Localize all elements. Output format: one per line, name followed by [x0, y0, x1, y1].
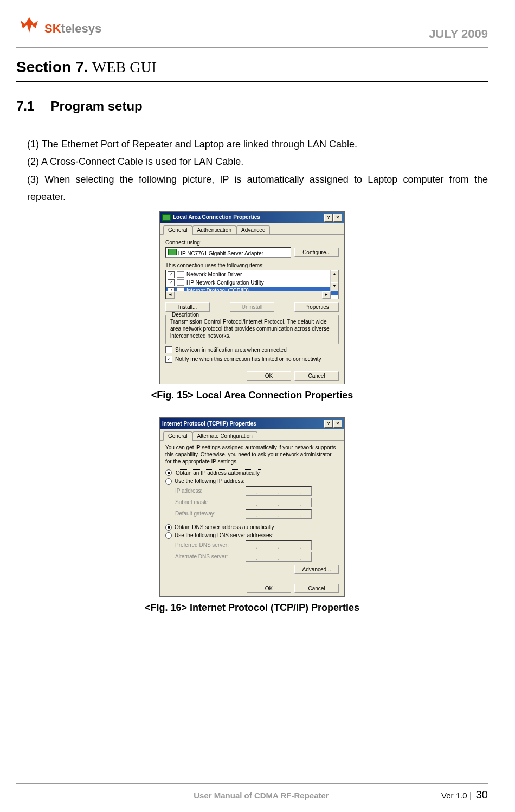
help-icon[interactable]: ?	[324, 214, 333, 222]
page-header: SKtelesys JULY 2009	[16, 16, 488, 41]
tab-general[interactable]: General	[163, 431, 192, 441]
footer-version: Ver 1.0	[441, 791, 467, 800]
section-prefix: Section 7.	[16, 59, 88, 75]
header-date: JULY 2009	[429, 27, 488, 41]
fig15-tabs: General Authentication Advanced	[160, 223, 344, 235]
body-text: (1) The Ethernet Port of Repeater and La…	[27, 136, 488, 206]
cancel-button[interactable]: Cancel	[294, 371, 339, 381]
show-icon-label: Show icon in notification area when conn…	[175, 347, 287, 353]
uninstall-button: Uninstall	[230, 302, 274, 312]
fig16-titlebar[interactable]: Internet Protocol (TCP/IP) Properties ? …	[160, 418, 344, 429]
cancel-button[interactable]: Cancel	[294, 584, 339, 593]
manual-ip-radio[interactable]	[165, 478, 172, 485]
subnet-label: Subnet mask:	[175, 499, 246, 505]
ip-address-label: IP address:	[175, 488, 246, 494]
section-rule	[16, 81, 488, 82]
notify-label: Notify me when this connection has limit…	[175, 356, 321, 362]
auto-dns-label: Obtain DNS server address automatically	[175, 524, 274, 530]
connect-using-label: Connect using:	[165, 240, 339, 246]
fig16-title: Internet Protocol (TCP/IP) Properties	[162, 421, 256, 427]
list-item: ✓ HP Network Configuration Utility	[166, 279, 338, 287]
close-icon[interactable]: ×	[333, 214, 342, 222]
section-title: Section 7. WEB GUI	[16, 59, 488, 76]
subsection-heading: 7.1 Program setup	[16, 99, 488, 114]
adapter-field: HP NC7761 Gigabit Server Adapter	[165, 247, 291, 258]
alt-dns-label: Alternate DNS server:	[175, 553, 246, 559]
list-item: ✓ Network Monitor Driver	[166, 270, 338, 279]
manual-ip-label: Use the following IP address:	[175, 478, 244, 484]
nic-titlebar-icon	[162, 214, 171, 221]
pref-dns-field: ...	[246, 540, 312, 550]
advanced-button[interactable]: Advanced...	[294, 565, 339, 574]
page-footer: User Manual of CDMA RF-Repeater Ver 1.0 …	[16, 779, 488, 801]
driver-icon	[177, 279, 184, 286]
show-icon-checkbox[interactable]	[165, 346, 172, 353]
gateway-label: Default gateway:	[175, 511, 246, 517]
step-3: (3) When selecting the following picture…	[27, 171, 488, 206]
checkbox-icon[interactable]: ✓	[168, 279, 175, 286]
gateway-field: ...	[246, 509, 312, 519]
horizontal-scrollbar[interactable]: ◄ ►	[166, 291, 331, 299]
fig15-titlebar[interactable]: Local Area Connection Properties ? ×	[160, 212, 344, 223]
description-text: Transmission Control Protocol/Internet P…	[170, 318, 334, 339]
scroll-down-icon[interactable]: ▼	[331, 282, 338, 291]
ok-button[interactable]: OK	[247, 371, 291, 381]
description-group: Description Transmission Control Protoco…	[165, 315, 339, 344]
fig16-caption: <Fig. 16> Internet Protocol (TCP/IP) Pro…	[16, 602, 488, 614]
fig15-caption: <Fig. 15> Local Area Connection Properti…	[16, 390, 488, 401]
ip-address-field: ...	[246, 486, 312, 496]
nic-icon	[168, 249, 177, 255]
fig15-title: Local Area Connection Properties	[173, 214, 260, 220]
logo-text: telesys	[61, 22, 102, 35]
step-1: (1) The Ethernet Port of Repeater and La…	[27, 136, 488, 153]
fig15-dialog: Local Area Connection Properties ? × Gen…	[159, 211, 345, 384]
configure-button[interactable]: Configure...	[294, 248, 339, 257]
manual-dns-label: Use the following DNS server addresses:	[175, 532, 273, 538]
manual-dns-radio[interactable]	[165, 532, 172, 539]
footer-page: 30	[476, 789, 488, 801]
section-name: WEB GUI	[92, 59, 157, 75]
footer-manual: User Manual of CDMA RF-Repeater	[81, 791, 441, 800]
logo-icon	[16, 16, 42, 41]
intro-text: You can get IP settings assigned automat…	[165, 444, 339, 465]
subsection-title: Program setup	[50, 99, 142, 114]
properties-button[interactable]: Properties	[294, 302, 339, 312]
logo: SKtelesys	[16, 16, 101, 41]
items-listbox[interactable]: ✓ Network Monitor Driver ✓ HP Network Co…	[165, 270, 339, 299]
pref-dns-label: Preferred DNS server:	[175, 542, 246, 548]
item1-label: Network Monitor Driver	[186, 272, 242, 278]
auto-ip-radio[interactable]	[165, 469, 172, 476]
ok-button[interactable]: OK	[247, 584, 291, 593]
subnet-field: ...	[246, 498, 312, 507]
logo-prefix: SK	[44, 22, 61, 35]
notify-checkbox[interactable]: ✓	[165, 356, 172, 363]
subsection-number: 7.1	[16, 99, 34, 114]
alt-dns-field: ...	[246, 552, 312, 562]
driver-icon	[177, 271, 184, 278]
help-icon[interactable]: ?	[324, 420, 333, 428]
items-label: This connection uses the following items…	[165, 262, 339, 268]
adapter-name: HP NC7761 Gigabit Server Adapter	[178, 250, 263, 256]
auto-dns-radio[interactable]	[165, 524, 172, 531]
tab-authentication[interactable]: Authentication	[192, 225, 236, 234]
checkbox-icon[interactable]: ✓	[168, 271, 175, 278]
vertical-scrollbar[interactable]: ▲ ▼	[330, 270, 338, 291]
description-label: Description	[170, 312, 201, 318]
scroll-right-icon[interactable]: ►	[322, 291, 331, 299]
footer-rule	[16, 783, 488, 784]
close-icon[interactable]: ×	[333, 420, 342, 428]
header-rule	[16, 47, 488, 48]
tab-general[interactable]: General	[163, 225, 192, 235]
auto-ip-label: Obtain an IP address automatically	[175, 469, 261, 476]
scroll-left-icon[interactable]: ◄	[166, 291, 175, 299]
step-2: (2) A Cross-Connect Cable is used for LA…	[27, 153, 488, 170]
fig16-tabs: General Alternate Configuration	[160, 429, 344, 441]
tab-advanced[interactable]: Advanced	[236, 225, 270, 234]
tab-alternate[interactable]: Alternate Configuration	[192, 431, 258, 440]
item2-label: HP Network Configuration Utility	[186, 280, 264, 286]
fig16-dialog: Internet Protocol (TCP/IP) Properties ? …	[159, 417, 345, 597]
scroll-up-icon[interactable]: ▲	[331, 270, 338, 279]
install-button[interactable]: Install...	[165, 302, 210, 312]
